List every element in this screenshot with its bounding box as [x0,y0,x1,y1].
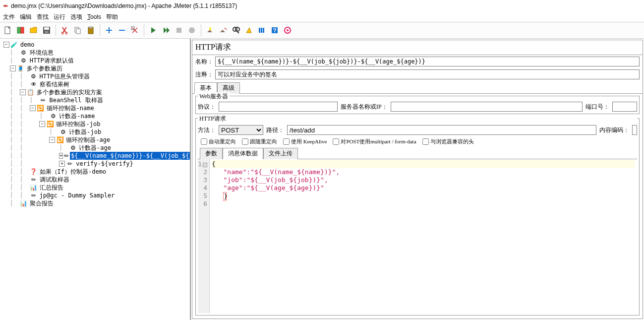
webserver-fieldset: Web服务器 协议： 服务器名称或IP： 端口号： [195,96,640,114]
tree-node-testplan[interactable]: −🧪demo [0,41,190,49]
templates-icon[interactable] [15,24,27,36]
tree-node[interactable]: │ ⚙环境信息 [0,49,190,57]
tree-node[interactable]: │ 📊聚合报告 [0,199,190,207]
svg-point-24 [287,29,289,31]
menu-search[interactable]: 查找 [37,12,49,22]
svg-rect-18 [259,28,260,33]
copy-icon[interactable] [72,24,84,36]
shutdown-icon[interactable] [186,24,198,36]
name-input[interactable] [215,57,640,66]
save-icon[interactable] [41,24,53,36]
tree-node[interactable]: │ │ −🔁循环控制器-job [0,120,190,128]
start-no-pause-icon[interactable] [160,24,172,36]
help-icon[interactable]: ? [269,24,281,36]
svg-text:?: ? [273,27,277,33]
menu-help[interactable]: 帮助 [106,12,118,22]
tree-node[interactable]: │ │ −🔁循环控制器-age [0,136,190,144]
stop-icon[interactable] [173,24,185,36]
function-icon[interactable] [256,24,268,36]
tree-node[interactable]: │ │ │ ⚙计数器-age [0,144,190,152]
protocol-input[interactable] [219,102,338,112]
menu-bar: 文件 编辑 查找 运行 选项 Tools 帮助 [0,12,644,22]
svg-rect-20 [263,28,264,33]
reset-search-icon[interactable] [243,24,255,36]
search-icon[interactable] [230,24,242,36]
tree-node[interactable]: │ │ +✏verify-${verify} [0,160,190,168]
tree-node[interactable]: │ −📋多个参数遍历的实现方案 [0,88,190,96]
server-label: 服务器名称或IP： [341,103,388,111]
toolbar: ? [0,22,644,39]
port-label: 端口号： [585,103,609,111]
svg-rect-2 [21,27,24,33]
chk-auto-redirect[interactable]: 自动重定向 [201,138,236,145]
chk-browser-headers[interactable]: 与浏览器兼容的头 [422,138,474,145]
menu-tools[interactable]: Tools [87,12,101,22]
svg-rect-11 [89,27,92,28]
chk-keepalive[interactable]: 使用 KeepAlive [283,138,327,145]
panel-title: HTTP请求 [192,40,643,55]
report-icon[interactable] [282,24,293,36]
chk-follow-redirect[interactable]: 跟随重定向 [242,138,277,145]
name-label: 名称： [195,58,213,66]
encoding-label: 内容编码： [599,126,629,134]
right-pane: HTTP请求 名称： 注释： 基本 高级 Web服务器 协议： 服务器名称或IP… [191,39,644,320]
path-input[interactable] [287,125,596,135]
tree-node[interactable]: │ ⚙HTTP请求默认值 [0,57,190,64]
cut-icon[interactable] [59,24,71,36]
window-title: demo.jmx (C:\Users\huangzi\Downloads\dem… [11,0,237,12]
encoding-input[interactable] [632,125,637,135]
open-icon[interactable] [28,24,40,36]
comment-label: 注释： [195,70,213,79]
port-input[interactable] [612,102,637,112]
tab-params[interactable]: 参数 [200,148,223,159]
expand-icon[interactable] [103,24,115,36]
clear-all-icon[interactable] [217,24,229,36]
editor-code[interactable]: { "name":"${__V(name_${name})}", "job":"… [210,159,637,313]
tree-node[interactable]: │ │ 👁察看结果树 [0,80,190,88]
tree-node[interactable]: │ │ │ ⚙计数器-name [0,112,190,120]
toggle-icon[interactable] [129,24,141,36]
server-input[interactable] [391,102,583,112]
svg-rect-1 [17,27,20,33]
chk-multipart[interactable]: 对POST使用multipart / form-data [333,138,416,145]
tree-node[interactable]: │ │ │ ✏BeanShell 取样器 [0,96,190,104]
svg-point-14 [189,27,195,33]
svg-rect-9 [76,29,80,34]
tree-node[interactable]: │ │ 📊汇总报告 [0,184,190,192]
tree-node-threadgroup[interactable]: −🧵多个参数遍历 [0,64,190,72]
svg-rect-4 [44,27,49,30]
editor-gutter: 1−23456 [198,159,210,313]
menu-edit[interactable]: 编辑 [20,12,32,22]
tree-node[interactable]: │ │ ✏调试取样器 [0,176,190,184]
webserver-legend: Web服务器 [198,92,230,101]
title-bar: ✒ demo.jmx (C:\Users\huangzi\Downloads\d… [0,0,644,12]
tree-pane[interactable]: −🧪demo │ ⚙环境信息 │ ⚙HTTP请求默认值 −🧵多个参数遍历 │ │… [0,39,191,320]
body-editor[interactable]: 1−23456 { "name":"${__V(name_${name})}",… [198,159,637,313]
tree-node[interactable]: │ │ │ ⚙计数器-job [0,128,190,136]
tab-file-upload[interactable]: 文件上传 [263,148,298,159]
tab-body-data[interactable]: 消息体数据 [223,148,263,159]
menu-file[interactable]: 文件 [3,12,15,22]
method-select[interactable]: POST [219,125,263,135]
body-tabs: 参数 消息体数据 文件上传 [198,147,637,159]
comment-input[interactable] [215,69,640,79]
tree-node[interactable]: │ │ ❓如果（If）控制器-demo [0,168,190,176]
svg-rect-13 [176,28,181,33]
menu-options[interactable]: 选项 [70,12,82,22]
tree-node[interactable]: │ │ ⚙HTTP信息头管理器 [0,72,190,80]
start-icon[interactable] [147,24,159,36]
httpreq-fieldset: HTTP请求 方法： POST 路径： 内容编码： 自动重定向 跟随重定向 使用… [195,118,640,316]
new-icon[interactable] [2,24,14,36]
clear-icon[interactable] [204,24,216,36]
tree-node[interactable]: │ │ ✏jp@gc - Dummy Sampler [0,192,190,199]
httpreq-legend: HTTP请求 [198,115,637,123]
method-label: 方法： [198,126,216,134]
config-tabs: 基本 高级 [192,82,643,94]
svg-rect-5 [45,31,49,33]
svg-rect-19 [261,28,262,33]
paste-icon[interactable] [85,24,97,36]
tree-node-selected[interactable]: │ │ +✏${__V(name_${name})}-${__V(job_${j… [0,152,190,160]
menu-run[interactable]: 运行 [54,12,65,22]
collapse-icon[interactable] [116,24,128,36]
tree-node[interactable]: │ │ −🔁循环控制器-name [0,104,190,112]
